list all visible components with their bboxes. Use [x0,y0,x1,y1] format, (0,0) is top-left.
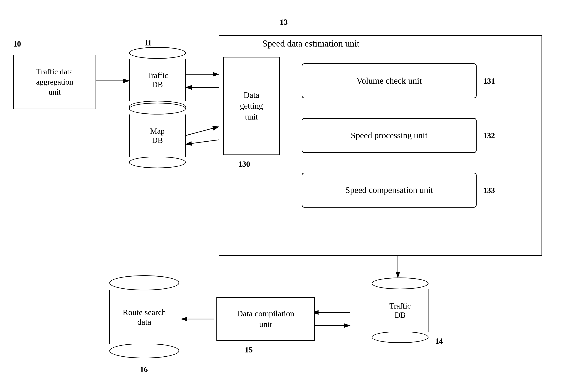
svg-line-5 [186,127,219,136]
ref-11: 11 [144,38,152,47]
traffic-aggregation-label: Traffic dataaggregationunit [36,67,73,97]
data-getting-box: Datagettingunit [223,57,280,155]
data-getting-label: Datagettingunit [240,90,263,122]
ref-14: 14 [435,336,443,346]
speed-processing-box: Speed processing unit [302,118,477,153]
route-search-cylinder: Route searchdata [109,275,179,358]
ref-16: 16 [140,365,148,374]
traffic-db-bottom-cylinder: TrafficDB [372,278,428,343]
speed-compensation-box: Speed compensation unit [302,173,477,208]
ref-132: 132 [483,131,495,140]
map-db-cylinder: MapDB [129,103,186,168]
diagram: 10 Traffic dataaggregationunit 11 Traffi… [0,0,566,392]
volume-check-box: Volume check unit [302,63,477,98]
svg-line-6 [186,140,219,144]
speed-processing-label: Speed processing unit [351,130,427,141]
ref-130: 130 [238,159,250,169]
speed-estimation-title: Speed data estimation unit [262,38,359,49]
ref-15: 15 [245,345,253,354]
ref-133: 133 [483,186,495,195]
data-compilation-box: Data compilationunit [217,297,315,341]
volume-check-label: Volume check unit [356,75,422,86]
traffic-aggregation-box: Traffic dataaggregationunit [13,55,96,109]
data-compilation-label: Data compilationunit [237,308,294,330]
speed-compensation-label: Speed compensation unit [345,184,433,196]
ref-131: 131 [483,76,495,86]
ref-10: 10 [13,39,21,48]
ref-13: 13 [280,17,288,27]
